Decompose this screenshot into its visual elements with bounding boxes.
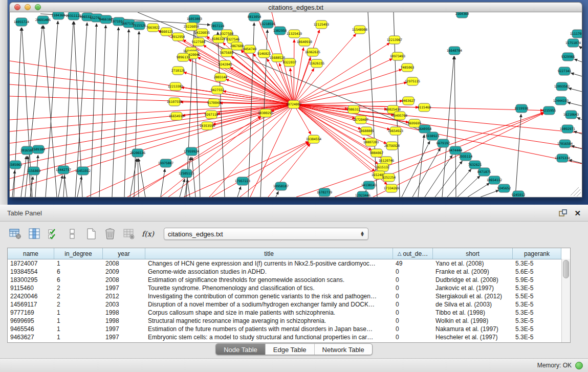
graph-node[interactable]: 2935114	[459, 152, 473, 161]
graph-node[interactable]: 10654112	[487, 176, 503, 184]
graph-edge[interactable]	[99, 25, 106, 197]
graph-node[interactable]: 2184360	[52, 12, 66, 19]
graph-node[interactable]: 16210643	[563, 111, 579, 119]
table-row[interactable]: 1872400712008Changes of HCN gene express…	[8, 259, 570, 268]
graph-node[interactable]: 9896133	[177, 53, 190, 61]
graph-node[interactable]: 8454749	[243, 45, 257, 53]
delete-table-button-disabled[interactable]	[122, 227, 136, 240]
graph-node[interactable]: 14226035	[194, 29, 210, 37]
graph-node[interactable]: 12923446	[355, 191, 371, 197]
graph-node[interactable]: 9427552	[211, 86, 225, 94]
graph-node[interactable]: 9146821	[257, 50, 271, 58]
graph-edge[interactable]	[454, 56, 456, 197]
graph-edge[interactable]	[568, 102, 582, 106]
graph-edge[interactable]	[294, 104, 582, 133]
graph-node[interactable]: 16962615	[305, 48, 321, 56]
table-row[interactable]: 2242004622012Investigating the contribut…	[8, 292, 570, 300]
table-row[interactable]: 977716911998Corpus callosum shape and si…	[8, 309, 570, 317]
graph-node[interactable]: 9170043	[207, 99, 221, 107]
graph-edge[interactable]	[294, 39, 294, 104]
graph-node[interactable]: 5675685	[220, 49, 234, 57]
graph-node[interactable]: 19892971	[560, 125, 576, 133]
graph-node[interactable]: 16107553	[167, 98, 183, 106]
table-panel-header[interactable]: Table Panel ✕	[0, 205, 588, 222]
graph-edge[interactable]	[412, 148, 441, 197]
graph-edge[interactable]	[402, 141, 430, 197]
row-view-button[interactable]	[65, 227, 79, 240]
graph-edge[interactable]	[571, 146, 582, 149]
graph-node[interactable]: 14353594	[200, 122, 215, 130]
graph-edge[interactable]	[458, 176, 480, 197]
graph-node[interactable]: 7986312	[347, 105, 361, 114]
graph-edge[interactable]	[276, 191, 278, 197]
graph-edge[interactable]	[294, 101, 403, 104]
graph-edge[interactable]	[130, 159, 137, 197]
graph-node[interactable]: 7485063	[401, 63, 415, 72]
graph-node[interactable]: 17959924	[184, 147, 200, 156]
table-row[interactable]: 946554611997Estimation of the future num…	[8, 325, 570, 333]
graph-node[interactable]: 19975887	[158, 159, 174, 167]
graph-node[interactable]: 9329966	[561, 53, 575, 61]
graph-node[interactable]: 8219938	[515, 104, 529, 113]
table-row[interactable]: 946362711997Embryonic stem cells: a mode…	[8, 333, 570, 341]
graph-node[interactable]: 12975115	[405, 77, 421, 85]
graph-node[interactable]: 16648784	[447, 47, 463, 55]
graph-edge[interactable]	[268, 144, 310, 197]
graph-node[interactable]: 14138141	[361, 181, 377, 189]
graph-node[interactable]: 20311125	[66, 12, 82, 20]
graph-node[interactable]: 11548908	[352, 26, 368, 34]
graph-node[interactable]: 10958187	[273, 182, 289, 190]
network-canvas[interactable]: 1405572420691406218436020311125106532871…	[9, 12, 582, 198]
graph-edge[interactable]	[574, 59, 582, 62]
delete-trash-button[interactable]	[103, 227, 117, 240]
graph-node[interactable]: 2164360	[455, 12, 469, 18]
graph-edge[interactable]	[571, 187, 579, 195]
graph-edge[interactable]	[217, 104, 294, 114]
graph-node[interactable]: 12213967	[387, 36, 403, 44]
graph-edge[interactable]	[294, 59, 393, 104]
graph-node[interactable]: 16782739	[317, 188, 333, 196]
graph-node[interactable]: 9245012	[512, 191, 526, 197]
graph-node[interactable]: 14055724	[14, 18, 30, 26]
graph-edge[interactable]	[230, 68, 294, 104]
column-view-button[interactable]	[27, 227, 41, 240]
graph-node[interactable]: 20206536	[130, 149, 146, 157]
graph-node[interactable]: 1382958	[273, 27, 287, 35]
graph-node[interactable]: 15720407	[353, 116, 369, 124]
graph-node[interactable]: 7632621	[468, 161, 482, 169]
column-header-pagerank[interactable]: pagerank	[513, 248, 561, 259]
graph-node[interactable]: 20691406	[35, 16, 51, 24]
table-row[interactable]: 1830029562008Estimation of significance …	[8, 276, 570, 284]
graph-edge[interactable]	[213, 104, 294, 124]
tab-network-table[interactable]: Network Table	[315, 344, 372, 355]
graph-node[interactable]: 1156869	[27, 167, 41, 175]
graph-edge[interactable]	[425, 155, 452, 197]
scrollbar-thumb[interactable]	[563, 260, 569, 278]
graph-node[interactable]: 1589384	[32, 145, 46, 154]
graph-node[interactable]: 18724007	[286, 100, 302, 108]
zoom-window-button[interactable]	[35, 4, 41, 10]
node-attribute-table[interactable]: namein_degreeyeartitle△out_de…shortpager…	[7, 248, 571, 343]
graph-node[interactable]: 9242845	[219, 60, 232, 69]
graph-edge[interactable]	[192, 157, 195, 197]
graph-node[interactable]: 6679197	[437, 139, 450, 147]
graph-node[interactable]: 7857224	[211, 22, 225, 30]
graph-edge[interactable]	[91, 24, 97, 197]
graph-edge[interactable]	[294, 69, 402, 104]
graph-node[interactable]: 2803144	[214, 73, 228, 81]
graph-edge[interactable]	[447, 169, 471, 197]
graph-node[interactable]: 9084067	[370, 149, 384, 157]
graph-edge[interactable]	[161, 169, 165, 197]
table-row[interactable]: 1938455462009Genome-wide association stu…	[8, 268, 570, 276]
graph-node[interactable]: 13218596	[260, 20, 276, 28]
graph-node[interactable]: 11117014	[570, 30, 582, 38]
graph-edge[interactable]	[435, 161, 462, 197]
minimize-window-button[interactable]	[25, 4, 31, 10]
graph-edge[interactable]	[77, 177, 82, 197]
graph-node[interactable]: 7663822	[146, 24, 160, 32]
column-header-title[interactable]: title	[145, 248, 393, 259]
column-header-short[interactable]: short	[433, 248, 513, 259]
graph-node[interactable]: 11875334	[555, 154, 571, 162]
graph-node[interactable]: 18807203	[363, 138, 379, 146]
graph-node[interactable]: 18640910	[297, 38, 313, 46]
